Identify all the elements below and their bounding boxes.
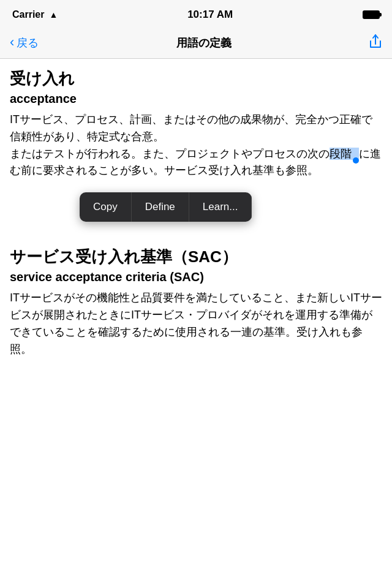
term-japanese-1: 受け入れ [10, 69, 382, 89]
section-acceptance: 受け入れ acceptance ITサービス、プロセス、計画、またはその他の成果… [10, 69, 382, 179]
status-right [363, 10, 380, 19]
back-button[interactable]: ‹ 戻る [10, 36, 39, 50]
carrier-label: Carrier [12, 9, 44, 20]
term-english-2: service acceptance criteria (SAC) [10, 269, 382, 285]
context-menu-copy[interactable]: Copy [80, 192, 132, 222]
selected-word: 段階 [330, 148, 359, 160]
nav-bar: ‹ 戻る 用語の定義 [0, 27, 392, 59]
status-left: Carrier ▲ [12, 9, 58, 20]
definition-text-part2: またはテストが行われる。また、プロジェクトやプロセスの次の [10, 148, 330, 160]
context-menu-define[interactable]: Define [132, 192, 189, 222]
wifi-icon: ▲ [49, 10, 58, 20]
share-icon [369, 33, 382, 49]
status-bar: Carrier ▲ 10:17 AM [0, 0, 392, 27]
chevron-left-icon: ‹ [10, 34, 14, 50]
term-definition-2: ITサービスがその機能性と品質要件を満たしていること、また新しいITサービスが展… [10, 290, 382, 358]
battery-icon [363, 10, 380, 19]
context-menu-learn[interactable]: Learn... [189, 192, 252, 222]
share-button[interactable] [369, 33, 382, 53]
term-japanese-2: サービス受け入れ基準（SAC） [10, 247, 382, 268]
section-sac: サービス受け入れ基準（SAC） service acceptance crite… [10, 247, 382, 358]
content-area: 受け入れ acceptance ITサービス、プロセス、計画、またはその他の成果… [0, 59, 392, 383]
back-label: 戻る [17, 36, 39, 50]
context-menu: Copy Define Learn... [80, 192, 252, 222]
definition-text-masked: 式な合意。 [109, 130, 164, 143]
term-english-1: acceptance [10, 91, 382, 107]
selection-handle-right [353, 157, 359, 164]
term-definition-1: ITサービス、プロセス、計画、またはその他の成果物が、完全かつ正確で信頼性があり… [10, 111, 382, 180]
page-title: 用語の定義 [176, 36, 232, 50]
status-time: 10:17 AM [187, 9, 233, 21]
definition-text-part1: ITサービス、プロセス、計画、またはその他の成果物が、完全かつ正確で信頼性があり… [10, 113, 372, 143]
